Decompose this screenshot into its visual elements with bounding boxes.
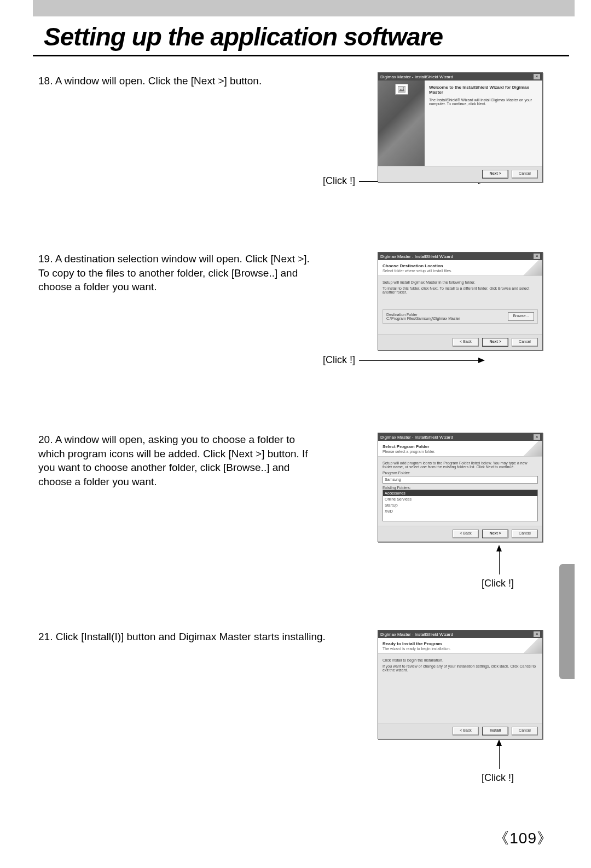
wizard-title: Digimax Master - InstallShield Wizard xyxy=(380,74,453,79)
wizard-21: Digimax Master - InstallShield Wizard × … xyxy=(378,630,543,739)
wizard-button-row: < Back Install Cancel xyxy=(378,723,542,739)
next-button[interactable]: Next > xyxy=(482,530,508,538)
wizard-titlebar: Digimax Master - InstallShield Wizard × xyxy=(378,433,542,441)
header-band xyxy=(33,0,575,16)
close-icon[interactable]: × xyxy=(534,254,540,259)
image-icon xyxy=(395,84,408,95)
close-icon[interactable]: × xyxy=(534,434,540,440)
wizard-side-graphic xyxy=(378,81,425,166)
step-text: A window will open, asking you to choose… xyxy=(38,434,308,487)
page-title: Setting up the application software xyxy=(44,22,443,51)
wizard-body: Welcome to the InstallShield Wizard for … xyxy=(425,81,542,166)
click-line-21 xyxy=(499,745,500,769)
close-icon[interactable]: × xyxy=(534,74,540,79)
cancel-button[interactable]: Cancel xyxy=(512,727,538,735)
side-tab xyxy=(559,564,575,679)
wizard-19: Digimax Master - InstallShield Wizard × … xyxy=(378,252,543,350)
wizard-title: Digimax Master - InstallShield Wizard xyxy=(380,435,453,440)
cancel-button[interactable]: Cancel xyxy=(512,530,538,538)
wizard-text: Setup will add program icons to the Prog… xyxy=(383,461,538,469)
wizard-heading: Choose Destination Location xyxy=(383,263,538,268)
wizard-button-row: < Back Next > Cancel xyxy=(378,334,542,350)
page-fold-graphic xyxy=(520,260,542,275)
wizard-body: Setup will add program icons to the Prog… xyxy=(378,457,542,526)
click-label-20: [Click !] xyxy=(482,578,514,589)
title-rule xyxy=(33,55,569,56)
click-label-19: [Click !] xyxy=(323,354,355,366)
click-label-18: [Click !] xyxy=(323,175,355,187)
wizard-titlebar: Digimax Master - InstallShield Wizard × xyxy=(378,252,542,260)
wizard-text: Click Install to begin the installation. xyxy=(383,658,538,662)
svg-point-2 xyxy=(403,87,404,88)
program-folder-input[interactable]: Samsung xyxy=(383,476,538,484)
program-folder-label: Program Folder: xyxy=(383,471,538,475)
list-item[interactable]: XviD xyxy=(383,508,537,514)
wizard-text: To install to this folder, click Next. T… xyxy=(383,286,538,294)
wizard-header: Choose Destination Location Select folde… xyxy=(378,260,542,276)
install-button[interactable]: Install xyxy=(482,727,508,735)
wizard-title: Digimax Master - InstallShield Wizard xyxy=(380,254,453,259)
page-fold-graphic xyxy=(520,638,542,653)
browse-button[interactable]: Browse... xyxy=(508,312,534,321)
wizard-text: If you want to review or change any of y… xyxy=(383,664,538,672)
manual-page: Setting up the application software 18. … xyxy=(0,0,591,868)
list-item[interactable]: StartUp xyxy=(383,502,537,508)
wizard-header: Select Program Folder Please select a pr… xyxy=(378,441,542,457)
page-fold-graphic xyxy=(520,441,542,456)
wizard-subheading: The wizard is ready to begin installatio… xyxy=(383,647,451,651)
step-number: 21. xyxy=(38,631,53,642)
cancel-button[interactable]: Cancel xyxy=(512,338,538,347)
wizard-header: Ready to Install the Program The wizard … xyxy=(378,638,542,654)
click-label-21: [Click !] xyxy=(482,772,514,784)
wizard-titlebar: Digimax Master - InstallShield Wizard × xyxy=(378,73,542,81)
step-18: 18. A window will open. Click the [Next … xyxy=(38,74,317,88)
step-number: 18. xyxy=(38,75,53,87)
step-text: A window will open. Click the [Next >] b… xyxy=(55,75,262,87)
step-21: 21. Click [Install(I)] button and Digima… xyxy=(38,630,345,644)
existing-folders-label: Existing Folders: xyxy=(383,486,538,490)
click-line-19 xyxy=(359,360,478,361)
step-19: 19. A destination selection window will … xyxy=(38,252,317,294)
page-number: 《109》 xyxy=(494,828,553,849)
dest-label: Destination Folder xyxy=(386,313,460,317)
wizard-heading: Select Program Folder xyxy=(383,444,538,449)
click-line-20 xyxy=(499,550,500,574)
wizard-titlebar: Digimax Master - InstallShield Wizard × xyxy=(378,630,542,638)
list-item[interactable]: Accessories xyxy=(383,490,537,496)
next-button[interactable]: Next > xyxy=(482,338,508,347)
wizard-18: Digimax Master - InstallShield Wizard × … xyxy=(378,72,543,182)
wizard-body: Click Install to begin the installation.… xyxy=(378,654,542,723)
dest-path: C:\Program Files\Samsung\Digimax Master xyxy=(386,317,460,320)
next-button[interactable]: Next > xyxy=(482,170,508,179)
click-arrow-19 xyxy=(478,358,485,363)
wizard-text: The InstallShield® Wizard will install D… xyxy=(429,98,538,106)
wizard-button-row: < Back Next > Cancel xyxy=(378,526,542,542)
click-arrow-21 xyxy=(496,739,502,746)
destination-folder-box: Destination Folder C:\Program Files\Sams… xyxy=(383,309,538,324)
click-arrow-20 xyxy=(496,545,502,551)
wizard-title: Digimax Master - InstallShield Wizard xyxy=(380,632,453,637)
svg-rect-0 xyxy=(398,87,405,93)
step-number: 19. xyxy=(38,253,53,265)
back-button[interactable]: < Back xyxy=(453,727,479,735)
wizard-body: Setup will install Digimax Master in the… xyxy=(378,276,542,334)
wizard-heading: Welcome to the InstallShield Wizard for … xyxy=(429,85,538,95)
wizard-button-row: Next > Cancel xyxy=(378,166,542,182)
wizard-subheading: Select folder where setup will install f… xyxy=(383,269,452,273)
wizard-subheading: Please select a program folder. xyxy=(383,450,436,453)
step-text: A destination selection window will open… xyxy=(38,253,310,292)
wizard-heading: Ready to Install the Program xyxy=(383,641,538,646)
existing-folders-list[interactable]: Accessories Online Services StartUp XviD xyxy=(383,490,538,521)
cancel-button[interactable]: Cancel xyxy=(512,170,538,179)
close-icon[interactable]: × xyxy=(534,631,540,637)
back-button[interactable]: < Back xyxy=(453,530,479,538)
step-number: 20. xyxy=(38,434,53,445)
back-button[interactable]: < Back xyxy=(453,338,479,347)
list-item[interactable]: Online Services xyxy=(383,496,537,502)
wizard-text: Setup will install Digimax Master in the… xyxy=(383,280,538,284)
wizard-20: Digimax Master - InstallShield Wizard × … xyxy=(378,433,543,542)
step-text: Click [Install(I)] button and Digimax Ma… xyxy=(56,631,326,642)
step-20: 20. A window will open, asking you to ch… xyxy=(38,433,317,489)
